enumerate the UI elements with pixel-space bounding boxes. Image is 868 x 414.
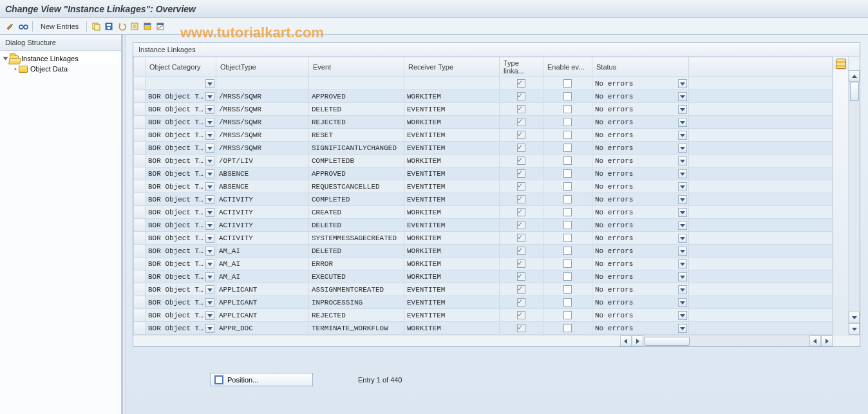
cell-receiver-type[interactable]: EVENTITEM [404,219,500,232]
col-status[interactable]: Status [592,57,689,77]
cell-enable-event[interactable] [543,232,592,245]
cell-type-linkage[interactable] [500,245,543,258]
cell-object-type[interactable]: APPLICANT [216,283,309,296]
table-row[interactable]: BOR Object T…/MRSS/SQWRRESETEVENTITEMNo … [134,129,833,142]
cell-event[interactable]: RESET [309,129,404,142]
dropdown-icon[interactable] [205,324,214,333]
dropdown-icon[interactable] [205,182,214,191]
dropdown-icon[interactable] [678,311,687,320]
dropdown-icon[interactable] [205,169,214,178]
cell-type-linkage[interactable] [500,90,543,103]
hscroll-right-button[interactable] [632,335,643,346]
cell-enable-event[interactable] [543,219,592,232]
cell-event[interactable]: CREATED [309,206,404,219]
row-selector[interactable] [134,116,146,129]
cell-type-linkage[interactable] [500,103,543,116]
dropdown-icon[interactable] [205,105,214,114]
row-selector[interactable] [134,142,146,155]
cell-event[interactable]: REJECTED [309,116,404,129]
cell-status[interactable]: No errors [592,142,689,155]
checkbox[interactable] [563,92,572,100]
cell-status[interactable]: No errors [592,283,689,296]
tree-node-object-data[interactable]: • Object Data [3,64,118,74]
configure-columns-icon[interactable] [836,59,846,69]
cell-object-category[interactable]: BOR Object T… [146,129,216,142]
checkbox[interactable] [563,298,572,306]
cell-object-category[interactable]: BOR Object T… [146,283,216,296]
cell-receiver-type[interactable]: WORKITEM [404,322,500,335]
dropdown-icon[interactable] [205,221,214,230]
checkbox[interactable] [517,298,525,306]
cell-status[interactable]: No errors [592,90,689,103]
checkbox[interactable] [517,182,525,191]
hscroll-thumb[interactable] [645,337,690,346]
row-selector[interactable] [134,258,146,270]
checkbox[interactable] [517,118,525,126]
dropdown-icon[interactable] [678,298,687,307]
checkbox[interactable] [563,182,572,191]
checkbox[interactable] [517,195,525,203]
cell-object-type[interactable]: ACTIVITY [216,232,309,245]
cell-status[interactable]: No errors [592,116,689,129]
checkbox[interactable] [517,208,525,216]
cell-status[interactable]: No errors [592,103,689,116]
deselect-all-icon[interactable] [155,21,165,32]
cell-event[interactable]: DELETED [309,245,404,258]
cell-type-linkage[interactable] [500,116,543,129]
cell-object-type[interactable]: ACTIVITY [216,219,309,232]
cell-object-type[interactable]: AM_AI [216,245,309,258]
dropdown-icon[interactable] [678,234,687,243]
row-selector[interactable] [134,180,146,193]
cell-receiver-type[interactable]: WORKITEM [404,270,500,283]
table-row[interactable]: BOR Object T…ACTIVITYCOMPLETEDEVENTITEMN… [134,193,833,206]
cell-type-linkage[interactable] [500,322,543,335]
cell-event[interactable]: ERROR [309,258,404,270]
copy-icon[interactable] [91,21,101,32]
table-row[interactable]: BOR Object T…ABSENCEREQUESTCANCELLEDEVEN… [134,180,833,193]
cell-receiver-type[interactable]: EVENTITEM [404,103,500,116]
cell-status[interactable]: No errors [592,232,689,245]
row-selector[interactable] [134,155,146,167]
cell-enable-event[interactable] [543,129,592,142]
cell-enable-event[interactable] [543,77,592,90]
cell-receiver-type[interactable]: EVENTITEM [404,180,500,193]
table-row[interactable]: BOR Object T…ACTIVITYSYSTEMMESSAGECREATE… [134,232,833,245]
checkbox[interactable] [517,79,525,88]
cell-enable-event[interactable] [543,103,592,116]
checkbox[interactable] [517,156,525,165]
table-row[interactable]: No errors [134,77,833,90]
select-all-icon[interactable] [129,21,140,32]
scroll-down-button-2[interactable] [849,323,860,335]
cell-object-type[interactable]: /MRSS/SQWR [216,103,309,116]
checkbox[interactable] [563,259,572,268]
table-row[interactable]: BOR Object T…APPLICANTINPROCESSINGEVENTI… [134,296,833,309]
checkbox[interactable] [517,105,525,113]
cell-type-linkage[interactable] [500,283,543,296]
dropdown-icon[interactable] [205,311,214,320]
dropdown-icon[interactable] [678,156,687,165]
cell-object-type[interactable]: /MRSS/SQWR [216,116,309,129]
row-selector[interactable] [134,283,146,296]
checkbox[interactable] [517,311,525,319]
toggle-display-change-icon[interactable] [5,21,15,32]
cell-type-linkage[interactable] [500,206,543,219]
cell-receiver-type[interactable]: EVENTITEM [404,167,500,180]
checkbox[interactable] [517,259,525,268]
cell-object-type[interactable]: ACTIVITY [216,193,309,206]
dropdown-icon[interactable] [205,298,214,307]
cell-object-category[interactable] [146,77,216,90]
cell-object-category[interactable]: BOR Object T… [146,309,216,322]
glasses-icon[interactable] [18,21,28,32]
row-selector[interactable] [134,193,146,206]
col-event[interactable]: Event [309,57,404,77]
row-selector[interactable] [134,232,146,245]
cell-status[interactable]: No errors [592,193,689,206]
dropdown-icon[interactable] [678,118,687,127]
cell-enable-event[interactable] [543,322,592,335]
row-selector[interactable] [134,270,146,283]
cell-object-type[interactable]: APPLICANT [216,309,309,322]
row-selector[interactable] [134,167,146,180]
checkbox[interactable] [517,144,525,152]
cell-type-linkage[interactable] [500,77,543,90]
dropdown-icon[interactable] [205,144,214,153]
